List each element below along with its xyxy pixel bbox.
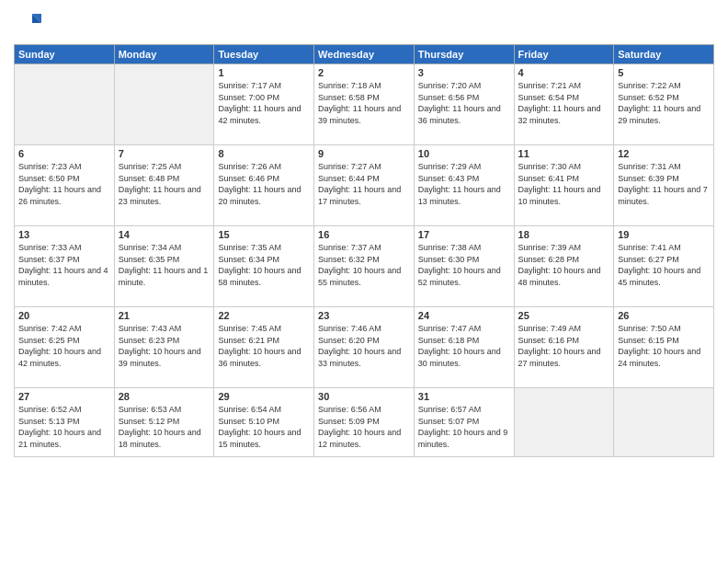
header	[14, 9, 714, 37]
day-header: Thursday	[414, 45, 514, 64]
day-number: 2	[318, 67, 410, 78]
header-row: SundayMondayTuesdayWednesdayThursdayFrid…	[15, 45, 714, 64]
day-number: 12	[618, 148, 710, 159]
day-info: Sunrise: 6:57 AM Sunset: 5:07 PM Dayligh…	[418, 404, 510, 450]
day-header: Sunday	[15, 45, 115, 64]
calendar-cell: 9Sunrise: 7:27 AM Sunset: 6:44 PM Daylig…	[314, 145, 415, 226]
calendar-cell: 19Sunrise: 7:41 AM Sunset: 6:27 PM Dayli…	[614, 226, 714, 307]
day-header: Tuesday	[214, 45, 314, 64]
day-number: 6	[18, 148, 110, 159]
calendar-cell: 8Sunrise: 7:26 AM Sunset: 6:46 PM Daylig…	[214, 145, 314, 226]
calendar-week: 13Sunrise: 7:33 AM Sunset: 6:37 PM Dayli…	[15, 226, 714, 307]
day-number: 26	[618, 310, 710, 321]
calendar-cell: 5Sunrise: 7:22 AM Sunset: 6:52 PM Daylig…	[614, 64, 714, 145]
day-info: Sunrise: 7:22 AM Sunset: 6:52 PM Dayligh…	[618, 80, 710, 126]
calendar-cell: 23Sunrise: 7:46 AM Sunset: 6:20 PM Dayli…	[314, 307, 415, 388]
calendar-cell: 27Sunrise: 6:52 AM Sunset: 5:13 PM Dayli…	[15, 388, 115, 457]
calendar-week: 6Sunrise: 7:23 AM Sunset: 6:50 PM Daylig…	[15, 145, 714, 226]
day-info: Sunrise: 7:30 AM Sunset: 6:41 PM Dayligh…	[518, 161, 610, 207]
day-info: Sunrise: 6:53 AM Sunset: 5:12 PM Dayligh…	[119, 404, 210, 450]
day-number: 15	[218, 229, 310, 240]
calendar-cell: 28Sunrise: 6:53 AM Sunset: 5:12 PM Dayli…	[114, 388, 214, 457]
calendar-cell: 30Sunrise: 6:56 AM Sunset: 5:09 PM Dayli…	[314, 388, 415, 457]
day-info: Sunrise: 7:21 AM Sunset: 6:54 PM Dayligh…	[518, 80, 610, 126]
day-number: 28	[119, 391, 210, 402]
day-number: 10	[418, 148, 510, 159]
day-info: Sunrise: 7:42 AM Sunset: 6:25 PM Dayligh…	[18, 323, 110, 369]
calendar-table: SundayMondayTuesdayWednesdayThursdayFrid…	[14, 44, 714, 457]
calendar-week: 20Sunrise: 7:42 AM Sunset: 6:25 PM Dayli…	[15, 307, 714, 388]
day-number: 31	[418, 391, 510, 402]
day-info: Sunrise: 7:50 AM Sunset: 6:15 PM Dayligh…	[618, 323, 710, 369]
calendar-cell: 31Sunrise: 6:57 AM Sunset: 5:07 PM Dayli…	[414, 388, 514, 457]
calendar-cell: 2Sunrise: 7:18 AM Sunset: 6:58 PM Daylig…	[314, 64, 415, 145]
day-number: 5	[618, 67, 710, 78]
day-info: Sunrise: 7:18 AM Sunset: 6:58 PM Dayligh…	[318, 80, 410, 126]
day-info: Sunrise: 6:52 AM Sunset: 5:13 PM Dayligh…	[18, 404, 110, 450]
day-info: Sunrise: 7:39 AM Sunset: 6:28 PM Dayligh…	[518, 242, 610, 288]
day-header: Monday	[114, 45, 214, 64]
day-info: Sunrise: 7:49 AM Sunset: 6:16 PM Dayligh…	[518, 323, 610, 369]
day-info: Sunrise: 7:23 AM Sunset: 6:50 PM Dayligh…	[18, 161, 110, 207]
calendar-cell: 11Sunrise: 7:30 AM Sunset: 6:41 PM Dayli…	[514, 145, 614, 226]
day-number: 16	[318, 229, 410, 240]
calendar-cell: 12Sunrise: 7:31 AM Sunset: 6:39 PM Dayli…	[614, 145, 714, 226]
day-info: Sunrise: 7:31 AM Sunset: 6:39 PM Dayligh…	[618, 161, 710, 207]
calendar-cell: 3Sunrise: 7:20 AM Sunset: 6:56 PM Daylig…	[414, 64, 514, 145]
calendar-cell	[15, 64, 115, 145]
day-number: 1	[218, 67, 310, 78]
day-number: 4	[518, 67, 610, 78]
calendar-cell: 10Sunrise: 7:29 AM Sunset: 6:43 PM Dayli…	[414, 145, 514, 226]
day-number: 30	[318, 391, 410, 402]
day-number: 7	[119, 148, 210, 159]
day-info: Sunrise: 7:43 AM Sunset: 6:23 PM Dayligh…	[119, 323, 210, 369]
day-info: Sunrise: 7:33 AM Sunset: 6:37 PM Dayligh…	[18, 242, 110, 288]
calendar-cell: 26Sunrise: 7:50 AM Sunset: 6:15 PM Dayli…	[614, 307, 714, 388]
day-info: Sunrise: 7:29 AM Sunset: 6:43 PM Dayligh…	[418, 161, 510, 207]
day-number: 8	[218, 148, 310, 159]
day-info: Sunrise: 7:27 AM Sunset: 6:44 PM Dayligh…	[318, 161, 410, 207]
day-number: 25	[518, 310, 610, 321]
logo	[14, 9, 43, 37]
calendar-cell: 14Sunrise: 7:34 AM Sunset: 6:35 PM Dayli…	[114, 226, 214, 307]
calendar-cell: 7Sunrise: 7:25 AM Sunset: 6:48 PM Daylig…	[114, 145, 214, 226]
day-header: Wednesday	[314, 45, 415, 64]
calendar-week: 27Sunrise: 6:52 AM Sunset: 5:13 PM Dayli…	[15, 388, 714, 457]
day-number: 19	[618, 229, 710, 240]
calendar-cell: 24Sunrise: 7:47 AM Sunset: 6:18 PM Dayli…	[414, 307, 514, 388]
day-number: 27	[18, 391, 110, 402]
day-number: 20	[18, 310, 110, 321]
calendar-week: 1Sunrise: 7:17 AM Sunset: 7:00 PM Daylig…	[15, 64, 714, 145]
day-info: Sunrise: 7:47 AM Sunset: 6:18 PM Dayligh…	[418, 323, 510, 369]
day-header: Friday	[514, 45, 614, 64]
day-number: 23	[318, 310, 410, 321]
day-info: Sunrise: 7:20 AM Sunset: 6:56 PM Dayligh…	[418, 80, 510, 126]
calendar-cell: 22Sunrise: 7:45 AM Sunset: 6:21 PM Dayli…	[214, 307, 314, 388]
calendar-cell: 13Sunrise: 7:33 AM Sunset: 6:37 PM Dayli…	[15, 226, 115, 307]
day-number: 29	[218, 391, 310, 402]
day-info: Sunrise: 7:38 AM Sunset: 6:30 PM Dayligh…	[418, 242, 510, 288]
day-info: Sunrise: 7:25 AM Sunset: 6:48 PM Dayligh…	[119, 161, 210, 207]
day-number: 3	[418, 67, 510, 78]
day-info: Sunrise: 7:37 AM Sunset: 6:32 PM Dayligh…	[318, 242, 410, 288]
calendar-cell: 4Sunrise: 7:21 AM Sunset: 6:54 PM Daylig…	[514, 64, 614, 145]
day-info: Sunrise: 6:54 AM Sunset: 5:10 PM Dayligh…	[218, 404, 310, 450]
calendar-cell: 18Sunrise: 7:39 AM Sunset: 6:28 PM Dayli…	[514, 226, 614, 307]
day-number: 24	[418, 310, 510, 321]
calendar-cell: 29Sunrise: 6:54 AM Sunset: 5:10 PM Dayli…	[214, 388, 314, 457]
calendar-cell	[514, 388, 614, 457]
page: SundayMondayTuesdayWednesdayThursdayFrid…	[0, 0, 728, 563]
calendar-cell: 17Sunrise: 7:38 AM Sunset: 6:30 PM Dayli…	[414, 226, 514, 307]
day-info: Sunrise: 7:45 AM Sunset: 6:21 PM Dayligh…	[218, 323, 310, 369]
day-number: 14	[119, 229, 210, 240]
calendar-body: 1Sunrise: 7:17 AM Sunset: 7:00 PM Daylig…	[15, 64, 714, 457]
day-number: 13	[18, 229, 110, 240]
calendar-cell: 15Sunrise: 7:35 AM Sunset: 6:34 PM Dayli…	[214, 226, 314, 307]
day-info: Sunrise: 7:41 AM Sunset: 6:27 PM Dayligh…	[618, 242, 710, 288]
calendar-cell	[114, 64, 214, 145]
calendar-cell: 1Sunrise: 7:17 AM Sunset: 7:00 PM Daylig…	[214, 64, 314, 145]
calendar-header: SundayMondayTuesdayWednesdayThursdayFrid…	[15, 45, 714, 64]
day-number: 22	[218, 310, 310, 321]
calendar-cell: 6Sunrise: 7:23 AM Sunset: 6:50 PM Daylig…	[15, 145, 115, 226]
day-number: 9	[318, 148, 410, 159]
